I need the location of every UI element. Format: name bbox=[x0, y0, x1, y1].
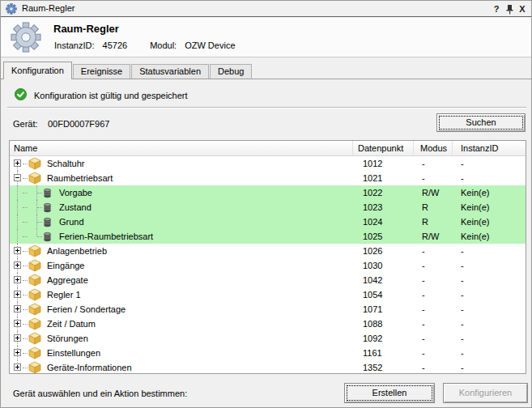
modul-label: Modul: bbox=[150, 40, 177, 50]
row-label: Raumbetriebsart bbox=[47, 171, 113, 185]
datenpunkt-value: 1024 bbox=[353, 215, 414, 229]
column-header-instanzid[interactable]: InstanzID bbox=[453, 141, 526, 155]
column-header-datenpunkt[interactable]: Datenpunkt bbox=[353, 141, 414, 155]
datenpunkt-value: 1023 bbox=[353, 200, 414, 215]
row-icon bbox=[28, 244, 41, 257]
column-header-modus[interactable]: Modus bbox=[414, 141, 453, 155]
row-label: Einstellungen bbox=[47, 346, 100, 360]
row-label: Grund bbox=[59, 215, 84, 229]
instanzid-value: Kein(e) bbox=[453, 185, 526, 200]
tab[interactable]: Debug bbox=[210, 64, 252, 79]
gear-icon bbox=[6, 3, 17, 15]
table-row[interactable]: Ferien-Raumbetriebsart 1025 R/W Kein(e) bbox=[10, 229, 526, 244]
tree-line bbox=[23, 309, 28, 310]
datenpunkt-value: 1088 bbox=[353, 317, 414, 331]
tab[interactable]: Ereignisse bbox=[73, 64, 130, 79]
expander-icon[interactable] bbox=[14, 247, 21, 254]
dialog-header: Raum-Regler InstanzID:45726Modul:OZW Dev… bbox=[1, 18, 531, 57]
create-button[interactable]: Erstellen bbox=[344, 383, 435, 403]
package-icon bbox=[28, 361, 41, 374]
expander-icon[interactable] bbox=[14, 291, 21, 298]
row-icon bbox=[28, 317, 41, 330]
table-row[interactable]: Vorgabe 1022 R/W Kein(e) bbox=[10, 185, 526, 200]
expander-icon[interactable] bbox=[14, 349, 21, 356]
table-row[interactable]: Geräte-Informationen 1352 - - bbox=[10, 360, 526, 374]
expander-icon[interactable] bbox=[14, 276, 21, 283]
row-icon bbox=[28, 172, 41, 185]
row-label: Anlagenbetrieb bbox=[47, 244, 107, 258]
configure-button[interactable]: Konfigurieren bbox=[443, 383, 528, 403]
status-ok-icon bbox=[15, 88, 27, 100]
table-row[interactable]: Grund 1024 R Kein(e) bbox=[10, 215, 526, 229]
gear-icon-large bbox=[11, 22, 41, 53]
device-value: 00FD0007F967 bbox=[48, 119, 109, 129]
row-icon bbox=[42, 232, 53, 242]
search-button[interactable]: Suchen bbox=[436, 113, 526, 132]
tree-line bbox=[23, 222, 28, 223]
table-row[interactable]: Regler 1 1054 - - bbox=[10, 287, 526, 302]
page-title: Raum-Regler bbox=[53, 23, 119, 35]
instanzid-value: - bbox=[453, 156, 526, 171]
table-row[interactable]: Störungen 1092 - - bbox=[10, 331, 526, 346]
datenpunkt-value: 1054 bbox=[353, 287, 414, 302]
package-icon bbox=[28, 259, 41, 272]
tree-line bbox=[23, 324, 28, 325]
tree-line bbox=[17, 229, 18, 244]
table-row[interactable]: Einstellungen 1161 - - bbox=[10, 346, 526, 360]
expander-icon[interactable] bbox=[14, 159, 21, 167]
device-label: Gerät: bbox=[13, 119, 38, 129]
datenpunkt-value: 1022 bbox=[353, 185, 414, 200]
table-body: Schaltuhr 1012 - - Raumbetriebsart 1021 … bbox=[10, 156, 526, 374]
table-row[interactable]: Ferien / Sondertage 1071 - - bbox=[10, 302, 526, 317]
table-row[interactable]: Zeit / Datum 1088 - - bbox=[10, 317, 526, 331]
tree-line bbox=[23, 266, 28, 266]
row-label: Störungen bbox=[47, 331, 88, 346]
table-row[interactable]: Raumbetriebsart 1021 - - bbox=[10, 171, 526, 185]
modus-value: R/W bbox=[414, 229, 453, 244]
tree-line bbox=[17, 200, 18, 215]
instanzid-label: InstanzID: bbox=[54, 40, 95, 50]
datenpunkt-value: 1042 bbox=[353, 273, 414, 287]
table-row[interactable]: Schaltuhr 1012 - - bbox=[10, 156, 526, 171]
tree-line bbox=[23, 207, 28, 208]
row-icon bbox=[28, 157, 41, 170]
help-button[interactable]: ? bbox=[491, 2, 502, 15]
column-header-name[interactable]: Name bbox=[10, 141, 353, 155]
row-label: Regler 1 bbox=[47, 287, 81, 302]
expander-icon[interactable] bbox=[14, 174, 21, 181]
row-icon bbox=[42, 217, 53, 227]
table-row[interactable]: Zustand 1023 R Kein(e) bbox=[10, 200, 526, 215]
status-message: Konfiguration ist gültig und gespeichert bbox=[34, 91, 188, 100]
datapoint-icon bbox=[42, 217, 53, 227]
row-label: Ferien / Sondertage bbox=[47, 302, 126, 317]
close-button[interactable]: X bbox=[517, 2, 528, 15]
datenpunkt-value: 1352 bbox=[353, 360, 414, 374]
datenpunkt-value: 1092 bbox=[353, 331, 414, 346]
package-icon bbox=[28, 288, 41, 301]
modus-value: R/W bbox=[414, 185, 453, 200]
row-label: Zeit / Datum bbox=[47, 317, 96, 331]
expander-icon[interactable] bbox=[14, 363, 21, 371]
row-label: Vorgabe bbox=[59, 185, 92, 200]
tree-line bbox=[23, 353, 28, 354]
tab[interactable]: Statusvariablen bbox=[131, 64, 209, 79]
instanzid-value: 45726 bbox=[103, 40, 128, 50]
modus-value: - bbox=[414, 346, 453, 360]
expander-icon[interactable] bbox=[14, 261, 21, 269]
instanzid-value: - bbox=[453, 287, 526, 302]
expander-icon[interactable] bbox=[14, 334, 21, 342]
row-label: Geräte-Informationen bbox=[47, 360, 132, 374]
instanzid-value: - bbox=[453, 258, 526, 273]
expander-icon[interactable] bbox=[14, 320, 21, 327]
package-icon bbox=[28, 346, 41, 359]
tree-line bbox=[23, 178, 28, 179]
raum-regler-window: Raum-Regler ? X Raum-Regler InstanzID:45… bbox=[0, 0, 532, 408]
tree-line bbox=[23, 164, 28, 164]
table-row[interactable]: Eingänge 1030 - - bbox=[10, 258, 526, 273]
pin-button[interactable] bbox=[504, 2, 515, 15]
table-row[interactable]: Aggregate 1042 - - bbox=[10, 273, 526, 287]
table-row[interactable]: Anlagenbetrieb 1026 - - bbox=[10, 244, 526, 258]
tab[interactable]: Konfiguration bbox=[3, 62, 72, 79]
modus-value: - bbox=[414, 302, 453, 317]
expander-icon[interactable] bbox=[14, 305, 21, 312]
